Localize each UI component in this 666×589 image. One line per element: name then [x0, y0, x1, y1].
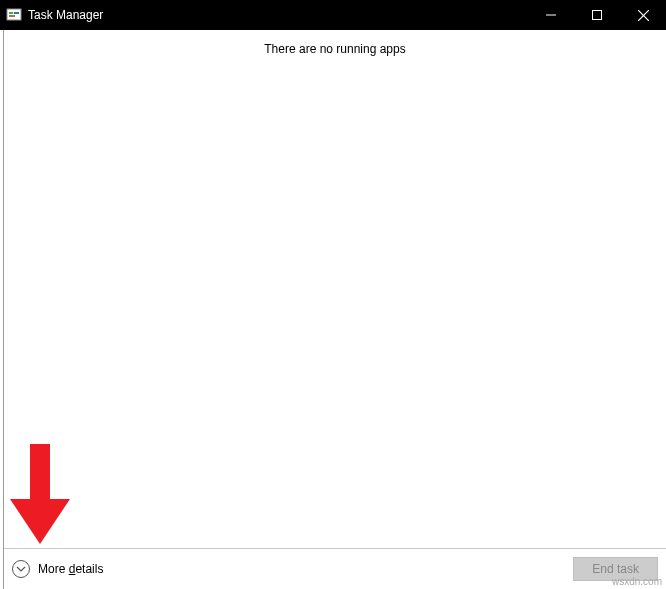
app-icon	[6, 7, 22, 23]
svg-rect-5	[593, 11, 602, 20]
svg-rect-2	[14, 12, 19, 14]
more-details-button[interactable]: More details	[12, 560, 103, 578]
window-title: Task Manager	[28, 8, 528, 22]
empty-state-message: There are no running apps	[4, 30, 666, 56]
window-controls	[528, 0, 666, 30]
chevron-down-icon	[12, 560, 30, 578]
content-area: There are no running apps More details E…	[3, 30, 666, 589]
more-details-label: More details	[38, 562, 103, 576]
close-button[interactable]	[620, 0, 666, 30]
annotation-arrow-icon	[10, 444, 70, 544]
footer: More details End task	[4, 549, 666, 589]
svg-rect-0	[7, 9, 21, 20]
svg-rect-1	[9, 12, 13, 14]
watermark: wsxdn.com	[612, 576, 662, 587]
minimize-button[interactable]	[528, 0, 574, 30]
maximize-button[interactable]	[574, 0, 620, 30]
svg-rect-3	[9, 15, 15, 17]
titlebar: Task Manager	[0, 0, 666, 30]
